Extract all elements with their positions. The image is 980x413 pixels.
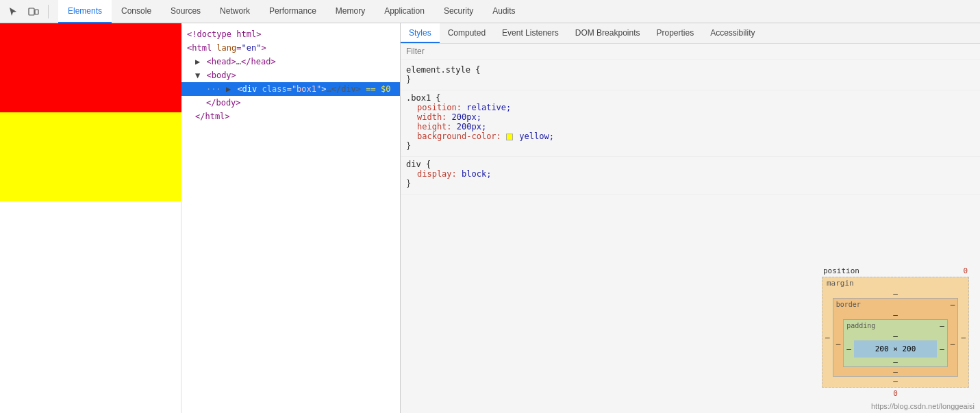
sub-tab-bar: Styles Computed Event Listeners DOM Brea… xyxy=(401,23,980,44)
tab-application[interactable]: Application xyxy=(375,0,434,23)
yellow-box xyxy=(0,112,181,201)
main-tab-list: Elements Console Sources Network Perform… xyxy=(58,0,525,23)
dom-html-close[interactable]: </html> xyxy=(181,110,400,123)
box-model-size: 200 × 200 xyxy=(875,345,916,353)
svg-rect-1 xyxy=(35,10,38,14)
dom-head[interactable]: ▶ <head>…</head> xyxy=(181,55,400,68)
inspect-icon[interactable] xyxy=(4,3,22,21)
css-rule-element-style: element.style { } xyxy=(401,62,980,90)
tab-sources[interactable]: Sources xyxy=(161,0,210,23)
sub-tab-event-listeners[interactable]: Event Listeners xyxy=(494,23,567,43)
filter-bar xyxy=(401,44,980,60)
sub-tab-properties[interactable]: Properties xyxy=(648,23,702,43)
color-swatch-yellow[interactable] xyxy=(506,134,513,140)
dom-doctype[interactable]: <!doctype html> xyxy=(181,27,400,41)
sub-tab-dom-breakpoints[interactable]: DOM Breakpoints xyxy=(567,23,649,43)
tab-network[interactable]: Network xyxy=(210,0,260,23)
css-rule-div: div { display: block; } xyxy=(401,157,980,195)
dom-panel[interactable]: <!doctype html> <html lang="en"> ▶ <head… xyxy=(181,23,401,413)
sub-tab-computed[interactable]: Computed xyxy=(440,23,494,43)
dom-div-box1[interactable]: ··· ▶ <div class="box1">…</div> == $0 xyxy=(181,82,400,96)
css-rule-box1: .box1 { position: relative; width: 200px… xyxy=(401,90,980,157)
dom-body[interactable]: ▼ <body> xyxy=(181,68,400,82)
box-model-section: position 0 margin – – border xyxy=(822,266,969,399)
filter-input[interactable] xyxy=(406,47,975,56)
sub-tab-styles[interactable]: Styles xyxy=(401,23,440,43)
devtools-toolbar: Elements Console Sources Network Perform… xyxy=(0,0,980,23)
preview-panel xyxy=(0,23,181,413)
main-content: <!doctype html> <html lang="en"> ▶ <head… xyxy=(0,23,980,413)
red-box xyxy=(0,23,181,112)
toolbar-divider xyxy=(48,5,49,18)
position-value: 0 xyxy=(963,266,968,275)
tab-audits[interactable]: Audits xyxy=(483,0,525,23)
dom-html[interactable]: <html lang="en"> xyxy=(181,41,400,55)
position-bottom-value: 0 xyxy=(893,389,898,398)
svg-rect-0 xyxy=(29,8,34,15)
tab-security[interactable]: Security xyxy=(434,0,483,23)
dom-body-close[interactable]: </body> xyxy=(181,96,400,110)
position-label: position xyxy=(823,266,859,275)
tab-memory[interactable]: Memory xyxy=(326,0,375,23)
tab-console[interactable]: Console xyxy=(112,0,161,23)
styles-panel-wrapper: Styles Computed Event Listeners DOM Brea… xyxy=(401,23,980,413)
device-toggle-icon[interactable] xyxy=(25,3,42,21)
url-bar: https://blog.csdn.net/longgeaisi xyxy=(866,399,980,413)
sub-tab-accessibility[interactable]: Accessibility xyxy=(702,23,763,43)
tab-elements[interactable]: Elements xyxy=(58,0,112,23)
toolbar-icons xyxy=(4,3,51,21)
tab-performance[interactable]: Performance xyxy=(260,0,326,23)
